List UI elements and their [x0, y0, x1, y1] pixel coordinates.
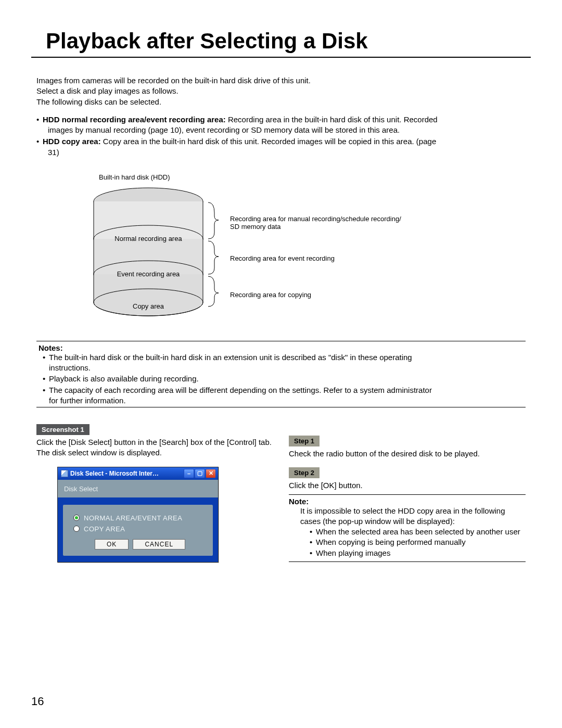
brace-icons [206, 187, 222, 317]
dialog-header: Disk Select [58, 480, 218, 497]
bullet-continuation: images by manual recording (page 10), ev… [36, 125, 531, 135]
note-text: The built-in hard disk or the built-in h… [49, 353, 412, 362]
intro-line: The following disks can be selected. [36, 97, 531, 107]
bullet-label: HDD normal recording area/event recordin… [43, 115, 226, 124]
note-list-item: When the selected area has been selected… [316, 527, 520, 536]
disk-area-label: Copy area [91, 302, 206, 310]
radio-label: COPY AREA [84, 525, 125, 533]
note-text: Playback is also available during record… [49, 374, 199, 383]
notes-list: •The built-in hard disk or the built-in … [43, 352, 531, 406]
bullet-label: HDD copy area: [43, 137, 101, 146]
note-cont: for further information. [43, 395, 531, 406]
bullet-text: Recording area in the built-in hard disk… [226, 115, 438, 124]
bullet-continuation: 31) [36, 147, 531, 158]
right-column: Step 1 Check the radio button of the des… [289, 424, 526, 564]
step-label: Step 1 [289, 436, 320, 446]
disk-cylinder: Normal recording area Event recording ar… [91, 187, 206, 317]
note-bottom-rule [289, 561, 526, 562]
radio-option-copy[interactable]: COPY AREA [73, 525, 207, 533]
diagram-annotation: Recording area for copying [230, 291, 311, 299]
step-text: Click the [OK] button. [289, 480, 526, 491]
note-body: It is impossible to select the HDD copy … [289, 506, 526, 558]
note-list-item: When playing images [316, 548, 390, 557]
radio-icon [73, 515, 80, 521]
intro-line: Select a disk and play images as follows… [36, 86, 531, 96]
disk-area-label: Event recording area [91, 270, 206, 278]
page-number: 16 [31, 695, 44, 708]
step-label: Step 2 [289, 467, 320, 478]
page-title: Playback after Selecting a Disk [46, 29, 531, 54]
intro-line: Images from cameras will be recorded on … [36, 75, 531, 86]
window-titlebar: Disk Select - Microsoft Inter… – ▢ ✕ [58, 467, 218, 480]
note-heading: Note: [289, 497, 526, 506]
list-item: •HDD copy area: Copy area in the built-i… [36, 136, 531, 158]
bullet-text: Copy area in the built-in hard disk of t… [101, 137, 437, 146]
radio-option-normal[interactable]: NORMAL AREA/EVENT AREA [73, 514, 207, 522]
disk-select-dialog: Disk Select - Microsoft Inter… – ▢ ✕ Dis… [57, 467, 219, 563]
radio-label: NORMAL AREA/EVENT AREA [84, 514, 182, 522]
cancel-button[interactable]: CANCEL [133, 539, 185, 550]
disk-types-list: •HDD normal recording area/event recordi… [36, 114, 531, 158]
diagram-caption: Built-in hard disk (HDD) [99, 173, 170, 181]
close-button[interactable]: ✕ [206, 469, 216, 478]
note-top-rule [289, 494, 526, 495]
note-text: The capacity of each recording area will… [49, 386, 432, 394]
notes-heading: Notes: [39, 343, 531, 352]
maximize-button[interactable]: ▢ [195, 469, 205, 478]
ok-button[interactable]: OK [95, 539, 129, 550]
disk-area-label: Normal recording area [91, 235, 206, 242]
notes-top-rule [36, 341, 526, 341]
step-text: Check the radio button of the desired di… [289, 449, 526, 459]
hdd-diagram: Built-in hard disk (HDD) Normal recordin… [31, 173, 531, 329]
window-title: Disk Select - Microsoft Inter… [70, 470, 184, 477]
intro-block: Images from cameras will be recorded on … [36, 75, 531, 107]
diagram-annotation: Recording area for manual recording/sche… [230, 215, 401, 231]
left-column: Screenshot 1 Click the [Disk Select] but… [36, 424, 273, 564]
minimize-button[interactable]: – [184, 469, 194, 478]
title-rule [31, 57, 531, 58]
note-cont: instructions. [43, 363, 531, 373]
app-icon [61, 470, 68, 477]
screenshot-description: Click the [Disk Select] button in the [S… [36, 437, 273, 458]
screenshot-label: Screenshot 1 [36, 424, 90, 435]
diagram-annotation: Recording area for event recording [230, 254, 335, 262]
note-list-item: When copying is being performed manually [316, 538, 466, 546]
radio-icon [73, 526, 80, 532]
list-item: •HDD normal recording area/event recordi… [36, 114, 531, 136]
notes-bottom-rule [36, 407, 526, 407]
